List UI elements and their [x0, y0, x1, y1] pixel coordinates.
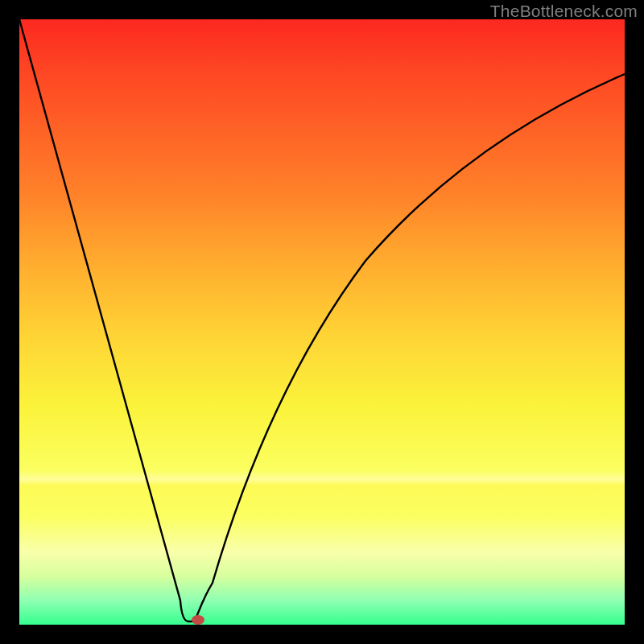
curve-right-rise	[195, 74, 625, 621]
watermark-text: TheBottleneck.com	[490, 2, 638, 21]
bottleneck-curve	[19, 19, 625, 625]
optimal-point-marker	[192, 615, 204, 625]
plot-area	[19, 19, 625, 625]
curve-left-descent	[19, 19, 195, 621]
chart-frame: TheBottleneck.com	[0, 0, 644, 644]
